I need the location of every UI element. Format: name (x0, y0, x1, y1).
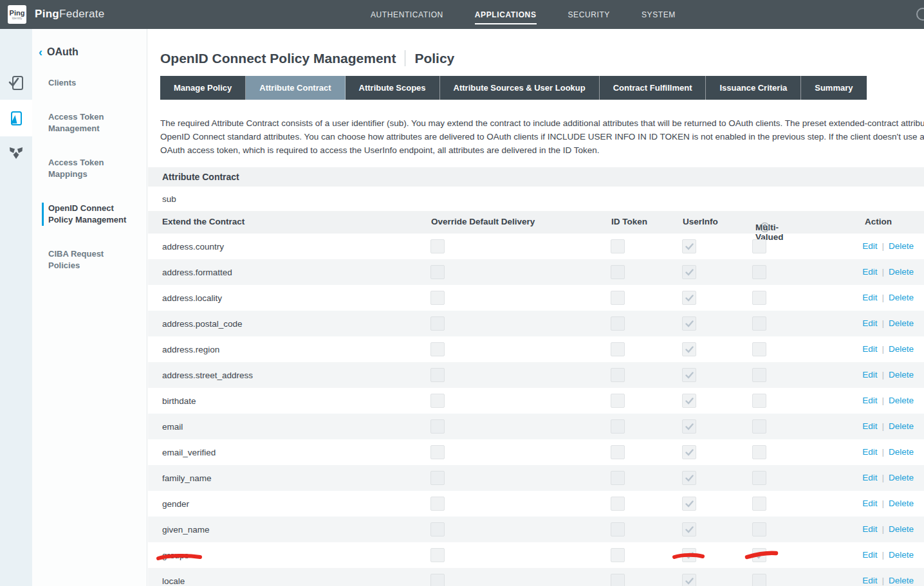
multi-valued-checkbox[interactable] (752, 574, 766, 586)
override-default-delivery-checkbox[interactable] (430, 368, 445, 382)
multi-valued-checkbox[interactable] (752, 291, 766, 305)
nav-system[interactable]: SYSTEM (642, 10, 676, 19)
edit-link[interactable]: Edit (862, 550, 877, 560)
edit-link[interactable]: Edit (862, 344, 877, 354)
id-token-checkbox[interactable] (611, 419, 625, 434)
applications-icon[interactable] (8, 110, 24, 127)
override-default-delivery-checkbox[interactable] (430, 522, 445, 536)
delete-link[interactable]: Delete (889, 267, 914, 277)
override-default-delivery-checkbox[interactable] (430, 471, 445, 485)
delete-link[interactable]: Delete (889, 344, 914, 354)
delete-link[interactable]: Delete (889, 421, 914, 431)
userinfo-checkbox[interactable] (682, 239, 696, 253)
userinfo-checkbox[interactable] (682, 471, 696, 485)
override-default-delivery-checkbox[interactable] (430, 394, 445, 408)
delete-link[interactable]: Delete (889, 370, 914, 380)
tab-issuance-criteria[interactable]: Issuance Criteria (706, 76, 801, 100)
userinfo-checkbox[interactable] (682, 445, 696, 459)
id-token-checkbox[interactable] (611, 445, 625, 459)
edit-link[interactable]: Edit (862, 267, 877, 277)
override-default-delivery-checkbox[interactable] (430, 316, 445, 331)
security-icon[interactable] (8, 145, 24, 161)
override-default-delivery-checkbox[interactable] (430, 445, 445, 459)
sidebar-item-ciba-request-policies[interactable]: CIBA Request Policies (42, 248, 132, 271)
multi-valued-checkbox[interactable] (752, 368, 766, 382)
edit-link[interactable]: Edit (862, 318, 877, 328)
userinfo-checkbox[interactable] (682, 522, 696, 536)
userinfo-checkbox[interactable] (682, 291, 696, 305)
id-token-checkbox[interactable] (611, 265, 625, 279)
delete-link[interactable]: Delete (889, 524, 914, 534)
userinfo-checkbox[interactable] (682, 394, 696, 408)
multi-valued-checkbox[interactable] (752, 471, 766, 485)
delete-link[interactable]: Delete (889, 293, 914, 302)
help-icon[interactable]: ? (760, 223, 770, 232)
tab-attribute-scopes[interactable]: Attribute Scopes (346, 76, 440, 100)
id-token-checkbox[interactable] (611, 497, 625, 511)
multi-valued-checkbox[interactable] (752, 239, 766, 253)
override-default-delivery-checkbox[interactable] (430, 497, 445, 511)
id-token-checkbox[interactable] (611, 471, 625, 485)
edit-link[interactable]: Edit (862, 396, 877, 405)
edit-link[interactable]: Edit (862, 499, 877, 508)
id-token-checkbox[interactable] (611, 291, 625, 305)
multi-valued-checkbox[interactable] (752, 497, 766, 511)
id-token-checkbox[interactable] (611, 548, 625, 562)
userinfo-checkbox[interactable] (682, 342, 696, 356)
nav-authentication[interactable]: AUTHENTICATION (371, 10, 443, 19)
edit-link[interactable]: Edit (862, 447, 877, 457)
tab-contract-fulfillment[interactable]: Contract Fulfillment (600, 76, 707, 100)
sidebar-item-access-token-management[interactable]: Access Token Management (42, 111, 132, 134)
edit-link[interactable]: Edit (862, 370, 877, 380)
sidebar-back-oauth[interactable]: ‹ OAuth (39, 46, 147, 58)
userinfo-checkbox[interactable] (682, 419, 696, 434)
id-token-checkbox[interactable] (611, 394, 625, 408)
multi-valued-checkbox[interactable] (752, 265, 766, 279)
tab-summary[interactable]: Summary (801, 76, 866, 100)
multi-valued-checkbox[interactable] (752, 394, 766, 408)
tab-manage-policy[interactable]: Manage Policy (160, 76, 246, 100)
userinfo-checkbox[interactable] (682, 548, 696, 562)
edit-link[interactable]: Edit (862, 293, 877, 302)
override-default-delivery-checkbox[interactable] (430, 342, 445, 356)
authentication-icon[interactable] (8, 75, 24, 91)
edit-link[interactable]: Edit (862, 524, 877, 534)
userinfo-checkbox[interactable] (682, 497, 696, 511)
delete-link[interactable]: Delete (889, 241, 914, 251)
edit-link[interactable]: Edit (862, 241, 877, 251)
delete-link[interactable]: Delete (889, 318, 914, 328)
multi-valued-checkbox[interactable] (752, 522, 766, 536)
delete-link[interactable]: Delete (889, 499, 914, 508)
userinfo-checkbox[interactable] (682, 265, 696, 279)
delete-link[interactable]: Delete (889, 550, 914, 560)
search-icon[interactable] (916, 8, 924, 21)
userinfo-checkbox[interactable] (682, 574, 696, 586)
multi-valued-checkbox[interactable] (752, 445, 766, 459)
id-token-checkbox[interactable] (611, 316, 625, 331)
userinfo-checkbox[interactable] (682, 316, 696, 331)
override-default-delivery-checkbox[interactable] (430, 291, 445, 305)
multi-valued-checkbox[interactable] (752, 419, 766, 434)
id-token-checkbox[interactable] (611, 342, 625, 356)
sidebar-item-access-token-mappings[interactable]: Access Token Mappings (42, 157, 132, 180)
multi-valued-checkbox[interactable] (752, 342, 766, 356)
delete-link[interactable]: Delete (889, 447, 914, 457)
delete-link[interactable]: Delete (889, 473, 914, 482)
override-default-delivery-checkbox[interactable] (430, 419, 445, 434)
override-default-delivery-checkbox[interactable] (430, 574, 445, 586)
sidebar-item-clients[interactable]: Clients (42, 77, 132, 89)
delete-link[interactable]: Delete (889, 576, 914, 585)
delete-link[interactable]: Delete (889, 396, 914, 405)
override-default-delivery-checkbox[interactable] (430, 548, 445, 562)
userinfo-checkbox[interactable] (682, 368, 696, 382)
multi-valued-checkbox[interactable] (752, 548, 766, 562)
nav-applications[interactable]: APPLICATIONS (475, 5, 537, 24)
tab-attribute-sources-user-lookup[interactable]: Attribute Sources & User Lookup (440, 76, 600, 100)
sidebar-item-openid-connect-policy-management[interactable]: OpenID Connect Policy Management (42, 203, 132, 226)
id-token-checkbox[interactable] (611, 574, 625, 586)
override-default-delivery-checkbox[interactable] (430, 239, 445, 253)
edit-link[interactable]: Edit (862, 576, 877, 585)
edit-link[interactable]: Edit (862, 421, 877, 431)
nav-security[interactable]: SECURITY (568, 10, 610, 19)
tab-attribute-contract[interactable]: Attribute Contract (246, 76, 345, 100)
